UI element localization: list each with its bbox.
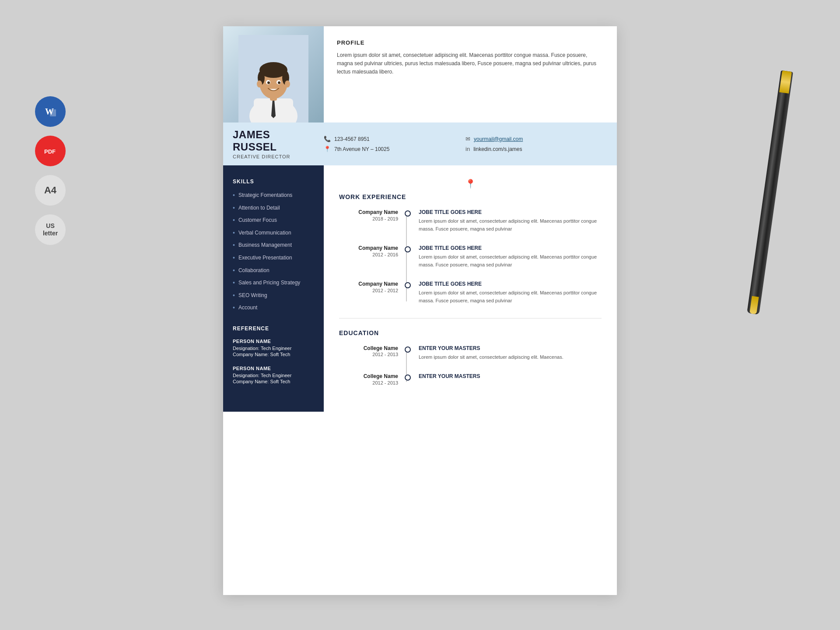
email-icon: ✉: [466, 136, 470, 142]
contact-phone: 📞 123-4567 8951: [324, 136, 466, 142]
svg-rect-2: [50, 109, 56, 116]
side-icons-panel: W PDF A4 USletter: [35, 96, 66, 245]
work-experience-timeline: Company Name 2018 - 2019 JOBE TITLE GOES…: [339, 209, 602, 305]
svg-point-18: [257, 80, 262, 88]
timeline-dot-3: [405, 282, 411, 288]
work-title-2: JOBE TITLE GOES HERE: [419, 245, 602, 251]
svg-point-17: [278, 81, 280, 84]
ref-designation-1: Designation: Tech Engineer: [233, 346, 314, 351]
header-top: PROFILE Lorem ipsum dolor sit amet, cons…: [223, 26, 617, 122]
edu-date-1: 2012 - 2013: [339, 352, 398, 357]
ref-designation-value-2: Tech Engineer: [261, 373, 291, 378]
a4-icon[interactable]: A4: [35, 175, 66, 206]
ref-designation-label-1: Designation: [233, 346, 258, 351]
ref-company-label-2: Company Name: [233, 379, 267, 384]
resume-header: PROFILE Lorem ipsum dolor sit amet, cons…: [223, 26, 617, 165]
list-item: Strategic Fomentations: [233, 192, 314, 200]
ref-company-value-1: Soft Tech: [270, 352, 290, 357]
list-item: Verbal Communication: [233, 229, 314, 238]
profile-photo: [223, 26, 324, 122]
ref-designation-value-1: Tech Engineer: [261, 346, 291, 351]
edu-degree-1: ENTER YOUR MASTERS: [419, 345, 602, 351]
work-item-2: Company Name 2012 - 2016 JOBE TITLE GOES…: [339, 245, 602, 269]
work-item-1-left: Company Name 2018 - 2019: [339, 209, 405, 233]
edu-date-2: 2012 - 2013: [339, 380, 398, 385]
work-company-1: Company Name: [339, 209, 398, 216]
work-company-3: Company Name: [339, 281, 398, 288]
work-date-2: 2012 - 2016: [339, 252, 398, 257]
ref-company-label-1: Company Name: [233, 352, 267, 357]
education-timeline: College Name 2012 - 2013 ENTER YOUR MAST…: [339, 345, 602, 385]
list-item: Sales and Pricing Strategy: [233, 279, 314, 287]
edu-dot-2: [405, 374, 411, 381]
linkedin-link[interactable]: linkedin.com/s.james: [473, 146, 522, 152]
address-text: 7th Avenue NY – 10025: [334, 146, 389, 152]
us-letter-icon[interactable]: USletter: [35, 214, 66, 245]
list-item: Attention to Detail: [233, 204, 314, 213]
contact-address: 📍 7th Avenue NY – 10025: [324, 146, 466, 152]
edu-desc-1: Lorem ipsum dolor sit amet, consectetuer…: [419, 354, 602, 361]
edu-item-1-left: College Name 2012 - 2013: [339, 345, 405, 361]
work-desc-3: Lorem ipsum dolor sit amet, consectetuer…: [419, 289, 602, 304]
work-title-1: JOBE TITLE GOES HERE: [419, 209, 602, 215]
phone-number: 123-4567 8951: [334, 136, 370, 142]
pdf-icon[interactable]: PDF: [35, 136, 66, 166]
edu-dot-1: [405, 346, 411, 353]
work-item-3: Company Name 2012 - 2012 JOBE TITLE GOES…: [339, 281, 602, 304]
location-icon: 📍: [324, 146, 331, 152]
name-area: JAMES RUSSEL CREATIVE DIRECTOR: [233, 129, 324, 159]
resume-body: SKILLS Strategic Fomentations Attention …: [223, 165, 617, 412]
person-name: JAMES RUSSEL: [233, 129, 315, 153]
list-item: Customer Focus: [233, 217, 314, 225]
reference-entry-1: PERSON NAME Designation: Tech Engineer C…: [233, 339, 314, 357]
work-item-2-left: Company Name 2012 - 2016: [339, 245, 405, 269]
svg-text:PDF: PDF: [44, 148, 56, 155]
reference-section-title: REFERENCE: [233, 326, 314, 332]
list-item: Collaboration: [233, 267, 314, 275]
us-label: USletter: [43, 222, 58, 237]
svg-point-19: [285, 80, 290, 88]
profile-section: PROFILE Lorem ipsum dolor sit amet, cons…: [324, 26, 617, 122]
ref-name-2: PERSON NAME: [233, 366, 314, 371]
profile-title: PROFILE: [337, 39, 604, 46]
work-desc-1: Lorem ipsum dolor sit amet, consectetuer…: [419, 217, 602, 233]
edu-item-2-left: College Name 2012 - 2013: [339, 373, 405, 385]
work-item-3-right: JOBE TITLE GOES HERE Lorem ipsum dolor s…: [411, 281, 602, 304]
ref-company-1: Company Name: Soft Tech: [233, 352, 314, 357]
edu-item-2-right: ENTER YOUR MASTERS: [411, 373, 602, 385]
education-title: EDUCATION: [339, 329, 602, 336]
name-bar: JAMES RUSSEL CREATIVE DIRECTOR 📞 123-456…: [223, 122, 617, 165]
list-item: Account: [233, 304, 314, 312]
list-item: Executive Presentation: [233, 254, 314, 262]
list-item: SEO Writing: [233, 292, 314, 300]
list-item: Business Management: [233, 242, 314, 250]
work-experience-title: WORK EXPERIENCE: [339, 193, 602, 200]
contact-email: ✉ yourmail@gmail.com: [466, 136, 607, 142]
pen-image: [747, 70, 793, 315]
pen-decoration: [757, 70, 783, 324]
phone-icon: 📞: [324, 136, 331, 142]
email-link[interactable]: yourmail@gmail.com: [474, 136, 523, 142]
work-item-1-right: JOBE TITLE GOES HERE Lorem ipsum dolor s…: [411, 209, 602, 233]
ref-designation-label-2: Designation: [233, 373, 258, 378]
main-content: 📍 WORK EXPERIENCE Company Name 2018 - 20…: [324, 165, 617, 412]
svg-point-16: [267, 81, 270, 84]
edu-degree-2: ENTER YOUR MASTERS: [419, 373, 602, 379]
edu-item-1: College Name 2012 - 2013 ENTER YOUR MAST…: [339, 345, 602, 361]
contact-info: 📞 123-4567 8951 📍 7th Avenue NY – 10025 …: [324, 136, 607, 152]
timeline-dot-2: [405, 246, 411, 252]
reference-entry-2: PERSON NAME Designation: Tech Engineer C…: [233, 366, 314, 384]
word-icon[interactable]: W: [35, 96, 66, 127]
work-item-2-right: JOBE TITLE GOES HERE Lorem ipsum dolor s…: [411, 245, 602, 269]
edu-college-2: College Name: [339, 373, 398, 380]
ref-company-2: Company Name: Soft Tech: [233, 379, 314, 384]
edu-item-1-right: ENTER YOUR MASTERS Lorem ipsum dolor sit…: [411, 345, 602, 361]
work-title-3: JOBE TITLE GOES HERE: [419, 281, 602, 287]
contact-col-right: ✉ yourmail@gmail.com in linkedin.com/s.j…: [466, 136, 607, 152]
section-divider: [339, 318, 602, 318]
a4-label: A4: [44, 185, 56, 196]
skills-list: Strategic Fomentations Attention to Deta…: [233, 192, 314, 312]
resume-document: PROFILE Lorem ipsum dolor sit amet, cons…: [223, 26, 617, 595]
linkedin-icon: in: [466, 146, 470, 152]
contact-col-left: 📞 123-4567 8951 📍 7th Avenue NY – 10025: [324, 136, 466, 152]
